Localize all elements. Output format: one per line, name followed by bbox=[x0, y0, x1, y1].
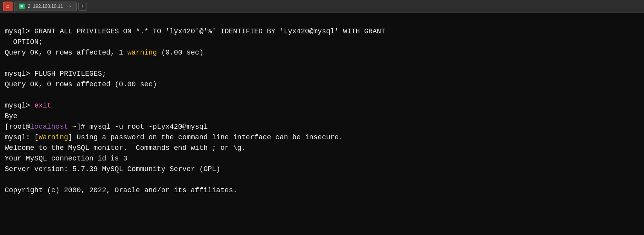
tab-close-button[interactable]: × bbox=[69, 4, 72, 9]
line6: Query OK, 0 rows affected (0.00 sec) bbox=[5, 80, 157, 88]
line8: mysql> exit bbox=[5, 102, 51, 109]
line10: [root@localhost ~]# mysql -u root -pLyx4… bbox=[5, 123, 208, 131]
window-chrome: ▣ 2. 192.168.10.11 × + bbox=[0, 0, 644, 13]
line14: Server version: 5.7.39 MySQL Community S… bbox=[5, 165, 220, 173]
line2: OPTION; bbox=[5, 38, 43, 46]
terminal-tab[interactable]: ▣ 2. 192.168.10.11 × bbox=[14, 2, 77, 11]
line3: Query OK, 0 rows affected, 1 warning (0.… bbox=[5, 49, 204, 56]
new-tab-button[interactable]: + bbox=[78, 2, 87, 11]
line12: Welcome to the MySQL monitor. Commands e… bbox=[5, 144, 246, 152]
tab-label: 2. 192.168.10.11 bbox=[28, 4, 63, 9]
line13: Your MySQL connection id is 3 bbox=[5, 155, 127, 162]
line1: mysql> GRANT ALL PRIVILEGES ON *.* TO 'l… bbox=[5, 27, 385, 35]
line11: mysql: [Warning] Using a password on the… bbox=[5, 133, 343, 141]
home-icon[interactable] bbox=[3, 2, 13, 11]
line5: mysql> FLUSH PRIVILEGES; bbox=[5, 70, 106, 78]
tab-bar: ▣ 2. 192.168.10.11 × + bbox=[14, 2, 641, 11]
line9: Bye bbox=[5, 112, 17, 120]
line16: Copyright (c) 2000, 2022, Oracle and/or … bbox=[5, 186, 237, 194]
terminal-output: mysql> GRANT ALL PRIVILEGES ON *.* TO 'l… bbox=[0, 13, 644, 235]
tab-icon: ▣ bbox=[19, 4, 25, 9]
